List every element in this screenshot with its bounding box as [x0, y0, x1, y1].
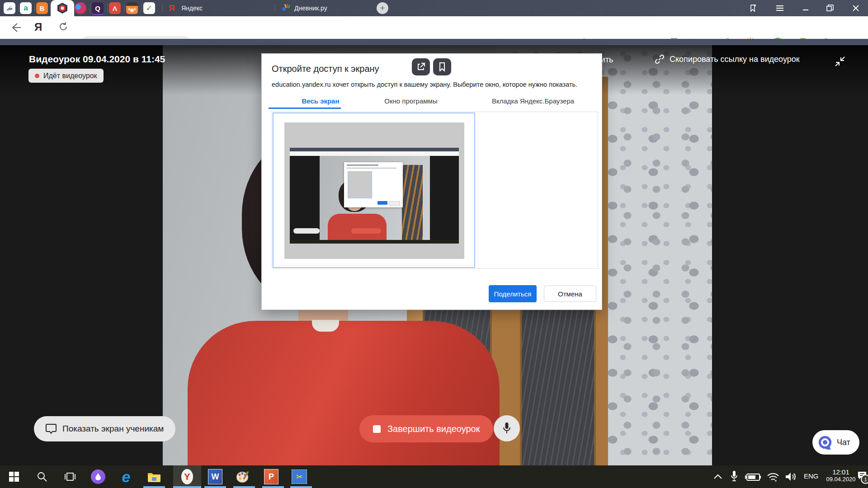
tab-dnevnik[interactable]: Дневник.ру [277, 0, 374, 16]
search-button[interactable] [28, 465, 56, 488]
tray-date: 09.04.2020 [824, 476, 858, 483]
alice-icon [91, 469, 105, 484]
pinned-tab-letter-q[interactable]: Q [92, 2, 104, 15]
notification-center-button[interactable]: 1 [857, 471, 867, 482]
copy-link-button[interactable]: Скопировать ссылку на видеоурок [655, 54, 800, 64]
lesson-status-label: Идёт видеоурок [43, 72, 97, 80]
yandex-browser-icon: Y [181, 469, 193, 484]
page-header-strip [0, 39, 868, 45]
screen-share-dialog: Откройте доступ к экрану education.yande… [261, 53, 602, 310]
snipping-tool-button[interactable]: ✂ [285, 465, 313, 488]
explorer-button[interactable] [140, 465, 168, 488]
bookmark-dialog-button[interactable] [433, 58, 451, 75]
close-button[interactable] [851, 4, 861, 13]
thumbnail-dialog-button [389, 201, 400, 206]
pinned-tab-blogger[interactable]: B [36, 2, 48, 14]
paint-button[interactable] [229, 465, 257, 488]
tab-separator [34, 4, 35, 12]
scissors-glyph: ✂ [296, 472, 302, 482]
tab-separator [18, 4, 19, 12]
browser-toolbar: Я education.yandex.ru Курс «Другой предм… [0, 16, 868, 39]
notification-badge: 1 [861, 474, 868, 484]
active-tab-underline [269, 108, 341, 109]
minimize-button[interactable] [801, 4, 811, 13]
collapse-view-icon[interactable] [834, 55, 846, 70]
powerpoint-glyph: P [269, 472, 274, 482]
back-icon[interactable] [10, 22, 22, 35]
dialog-tab-app-window[interactable]: Окно программы [375, 97, 447, 105]
pinned-tab-fox[interactable] [126, 2, 138, 14]
task-view-button[interactable] [56, 465, 84, 488]
running-indicator-powerpoint [262, 486, 284, 488]
tray-volume-icon[interactable] [785, 472, 797, 483]
thumbnail-shirt [328, 214, 387, 240]
bookmark-icon [439, 62, 445, 71]
active-pinned-tab[interactable] [51, 0, 74, 16]
thumbnail-browser-window [290, 148, 459, 244]
chat-icon [818, 435, 832, 450]
thumbnail-dialog-thumb [348, 171, 372, 198]
tray-language[interactable]: ENG [804, 472, 819, 480]
copy-link-label: Скопировать ссылку на видеоурок [670, 55, 800, 64]
tray-time: 12:01 [824, 468, 858, 476]
start-button[interactable] [0, 465, 28, 488]
cancel-button[interactable]: Отмена [544, 286, 596, 302]
tab-separator [162, 4, 163, 12]
lesson-title: Видеоурок 09.04.2020 в 11:45 [29, 54, 165, 65]
running-indicator-yandex-active [173, 486, 201, 488]
tray-mic-icon[interactable] [731, 470, 738, 484]
windows-taskbar: e Y W P ✂ ENG 12:01 09.04.2020 [0, 465, 868, 488]
tray-wifi-icon[interactable] [767, 472, 779, 484]
thumbnail-door [402, 165, 423, 240]
show-screen-button[interactable]: Показать экран ученикам [34, 416, 175, 441]
alice-assistant-button[interactable] [84, 465, 112, 488]
screen-option-entire-screen[interactable] [273, 113, 475, 268]
menu-icon[interactable] [775, 4, 785, 13]
thumbnail-toolbar [290, 151, 459, 156]
screen-options-list [272, 112, 598, 269]
pinned-tab-lambda[interactable]: Λ [109, 2, 121, 14]
tab-panel-icon[interactable] [748, 4, 758, 13]
new-tab-button[interactable]: + [377, 2, 388, 14]
word-button[interactable]: W [201, 465, 229, 488]
pinned-tab-letter-a[interactable]: a [20, 2, 32, 14]
powerpoint-button[interactable]: P [257, 465, 285, 488]
dialog-tab-entire-screen[interactable]: Весь экран [284, 97, 357, 105]
edge-button[interactable]: e [112, 465, 140, 488]
tab-title: Яндекс [181, 5, 203, 12]
microphone-button[interactable] [494, 415, 520, 441]
thumbnail-dialog-button [377, 201, 387, 205]
word-icon: W [208, 469, 222, 484]
link-icon [655, 54, 665, 64]
tray-clock[interactable]: 12:01 09.04.2020 [824, 468, 858, 483]
restore-button[interactable] [825, 4, 835, 13]
tab-separator [90, 4, 90, 12]
tab-yandex[interactable]: Я Яндекс [165, 0, 274, 16]
chat-button[interactable]: Чат [812, 430, 859, 455]
pinned-tab-orb[interactable] [75, 2, 86, 14]
open-in-new-button[interactable] [412, 58, 430, 75]
end-lesson-button[interactable]: Завершить видеоурок [359, 415, 493, 442]
show-screen-label: Показать экран ученикам [62, 424, 164, 434]
shirt-collar [312, 320, 339, 332]
running-indicator-word [204, 486, 226, 488]
dialog-tab-browser-tab[interactable]: Вкладка Яндекс.Браузера [483, 97, 583, 105]
pinned-tab-check[interactable]: ✓ [143, 2, 155, 14]
refresh-icon[interactable] [58, 21, 69, 34]
tray-battery-icon[interactable] [745, 473, 761, 483]
mic-icon [503, 422, 511, 435]
running-indicator-explorer [143, 486, 165, 488]
pinned-tab-swan[interactable] [4, 2, 15, 14]
stop-icon [373, 425, 381, 433]
tab-separator [142, 4, 142, 12]
yandex-favicon: Я [169, 3, 175, 13]
yandex-logo[interactable]: Я [34, 21, 42, 33]
dnevnik-favicon [281, 3, 291, 14]
uchebnik-shield-icon [57, 2, 68, 14]
live-dot-icon [35, 74, 39, 78]
snipping-tool-icon: ✂ [292, 469, 307, 484]
share-button[interactable]: Поделиться [489, 285, 537, 302]
tray-chevron-icon[interactable] [713, 473, 722, 481]
yandex-browser-button[interactable]: Y [173, 465, 201, 488]
tab-separator [124, 4, 125, 12]
